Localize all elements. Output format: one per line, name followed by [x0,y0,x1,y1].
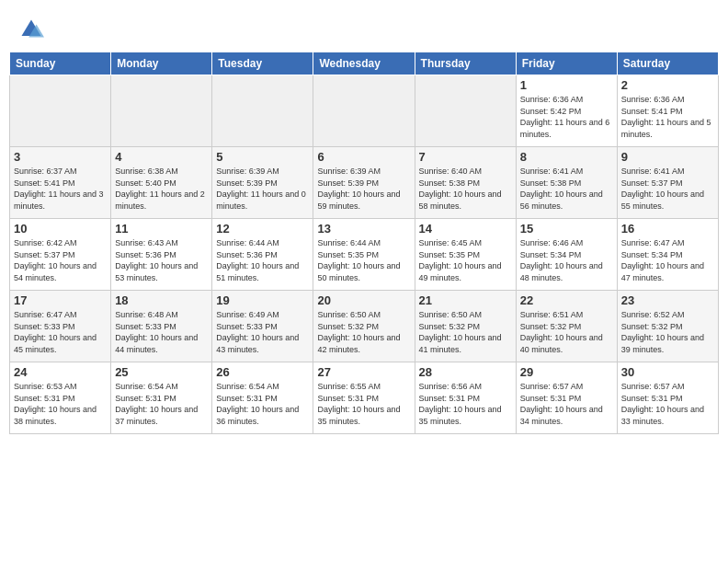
calendar-cell [10,75,111,147]
day-info: Sunrise: 6:53 AMSunset: 5:31 PMDaylight:… [14,381,107,427]
day-info: Sunrise: 6:55 AMSunset: 5:31 PMDaylight:… [317,381,410,427]
day-info: Sunrise: 6:47 AMSunset: 5:33 PMDaylight:… [14,309,107,355]
day-info: Sunrise: 6:38 AMSunset: 5:40 PMDaylight:… [115,166,208,212]
day-info: Sunrise: 6:48 AMSunset: 5:33 PMDaylight:… [115,309,208,355]
day-info: Sunrise: 6:41 AMSunset: 5:38 PMDaylight:… [520,166,613,212]
day-number: 13 [317,222,410,236]
calendar-cell: 9Sunrise: 6:41 AMSunset: 5:37 PMDaylight… [617,147,718,219]
calendar-header-tuesday: Tuesday [212,52,313,75]
day-number: 27 [317,365,410,379]
day-info: Sunrise: 6:56 AMSunset: 5:31 PMDaylight:… [419,381,512,427]
calendar-cell: 24Sunrise: 6:53 AMSunset: 5:31 PMDayligh… [10,362,111,434]
calendar-cell: 16Sunrise: 6:47 AMSunset: 5:34 PMDayligh… [617,219,718,291]
day-number: 9 [621,150,714,164]
day-number: 8 [520,150,613,164]
day-info: Sunrise: 6:52 AMSunset: 5:32 PMDaylight:… [621,309,714,355]
day-info: Sunrise: 6:44 AMSunset: 5:35 PMDaylight:… [317,237,410,283]
calendar-cell [415,75,516,147]
calendar-cell: 26Sunrise: 6:54 AMSunset: 5:31 PMDayligh… [212,362,313,434]
day-info: Sunrise: 6:49 AMSunset: 5:33 PMDaylight:… [216,309,309,355]
calendar-cell: 15Sunrise: 6:46 AMSunset: 5:34 PMDayligh… [516,219,617,291]
calendar-header-sunday: Sunday [10,52,111,75]
calendar-header-monday: Monday [111,52,212,75]
day-info: Sunrise: 6:42 AMSunset: 5:37 PMDaylight:… [14,237,107,283]
day-info: Sunrise: 6:47 AMSunset: 5:34 PMDaylight:… [621,237,714,283]
day-number: 24 [14,365,107,379]
day-number: 1 [520,78,613,92]
day-number: 2 [621,78,714,92]
day-number: 28 [419,365,512,379]
day-number: 14 [419,222,512,236]
calendar-cell: 4Sunrise: 6:38 AMSunset: 5:40 PMDaylight… [111,147,212,219]
calendar-cell: 18Sunrise: 6:48 AMSunset: 5:33 PMDayligh… [111,291,212,362]
logo-icon [18,17,44,42]
logo [18,17,48,42]
calendar-row: 1Sunrise: 6:36 AMSunset: 5:42 PMDaylight… [10,75,719,147]
calendar-cell: 27Sunrise: 6:55 AMSunset: 5:31 PMDayligh… [313,362,415,434]
calendar-cell: 28Sunrise: 6:56 AMSunset: 5:31 PMDayligh… [415,362,516,434]
day-info: Sunrise: 6:39 AMSunset: 5:39 PMDaylight:… [317,166,410,212]
day-number: 11 [115,222,208,236]
day-number: 22 [520,293,613,307]
day-number: 6 [317,150,410,164]
day-info: Sunrise: 6:44 AMSunset: 5:36 PMDaylight:… [216,237,309,283]
day-info: Sunrise: 6:43 AMSunset: 5:36 PMDaylight:… [115,237,208,283]
day-info: Sunrise: 6:54 AMSunset: 5:31 PMDaylight:… [216,381,309,427]
calendar-cell: 25Sunrise: 6:54 AMSunset: 5:31 PMDayligh… [111,362,212,434]
day-info: Sunrise: 6:41 AMSunset: 5:37 PMDaylight:… [621,166,714,212]
day-number: 25 [115,365,208,379]
calendar-row: 10Sunrise: 6:42 AMSunset: 5:37 PMDayligh… [10,219,719,291]
calendar-cell: 5Sunrise: 6:39 AMSunset: 5:39 PMDaylight… [212,147,313,219]
day-info: Sunrise: 6:50 AMSunset: 5:32 PMDaylight:… [419,309,512,355]
day-info: Sunrise: 6:50 AMSunset: 5:32 PMDaylight:… [317,309,410,355]
day-info: Sunrise: 6:36 AMSunset: 5:41 PMDaylight:… [621,94,714,140]
calendar-header-row: SundayMondayTuesdayWednesdayThursdayFrid… [10,52,719,75]
calendar-cell: 12Sunrise: 6:44 AMSunset: 5:36 PMDayligh… [212,219,313,291]
calendar-cell: 11Sunrise: 6:43 AMSunset: 5:36 PMDayligh… [111,219,212,291]
calendar-cell: 29Sunrise: 6:57 AMSunset: 5:31 PMDayligh… [516,362,617,434]
calendar-cell: 3Sunrise: 6:37 AMSunset: 5:41 PMDaylight… [10,147,111,219]
day-info: Sunrise: 6:46 AMSunset: 5:34 PMDaylight:… [520,237,613,283]
day-number: 23 [621,293,714,307]
calendar-cell: 19Sunrise: 6:49 AMSunset: 5:33 PMDayligh… [212,291,313,362]
day-number: 16 [621,222,714,236]
calendar-row: 24Sunrise: 6:53 AMSunset: 5:31 PMDayligh… [10,362,719,434]
calendar-cell: 1Sunrise: 6:36 AMSunset: 5:42 PMDaylight… [516,75,617,147]
calendar-cell: 8Sunrise: 6:41 AMSunset: 5:38 PMDaylight… [516,147,617,219]
calendar-cell: 20Sunrise: 6:50 AMSunset: 5:32 PMDayligh… [313,291,415,362]
day-number: 17 [14,293,107,307]
calendar-cell: 7Sunrise: 6:40 AMSunset: 5:38 PMDaylight… [415,147,516,219]
calendar-cell: 14Sunrise: 6:45 AMSunset: 5:35 PMDayligh… [415,219,516,291]
calendar-cell: 13Sunrise: 6:44 AMSunset: 5:35 PMDayligh… [313,219,415,291]
calendar-cell [111,75,212,147]
calendar-cell: 23Sunrise: 6:52 AMSunset: 5:32 PMDayligh… [617,291,718,362]
calendar-header-friday: Friday [516,52,617,75]
day-number: 3 [14,150,107,164]
day-number: 26 [216,365,309,379]
calendar-cell: 10Sunrise: 6:42 AMSunset: 5:37 PMDayligh… [10,219,111,291]
calendar-cell [313,75,415,147]
day-number: 4 [115,150,208,164]
day-info: Sunrise: 6:51 AMSunset: 5:32 PMDaylight:… [520,309,613,355]
calendar-row: 17Sunrise: 6:47 AMSunset: 5:33 PMDayligh… [10,291,719,362]
day-info: Sunrise: 6:57 AMSunset: 5:31 PMDaylight:… [520,381,613,427]
day-info: Sunrise: 6:39 AMSunset: 5:39 PMDaylight:… [216,166,309,212]
day-number: 10 [14,222,107,236]
day-number: 21 [419,293,512,307]
calendar-cell: 22Sunrise: 6:51 AMSunset: 5:32 PMDayligh… [516,291,617,362]
day-info: Sunrise: 6:37 AMSunset: 5:41 PMDaylight:… [14,166,107,212]
calendar-cell: 17Sunrise: 6:47 AMSunset: 5:33 PMDayligh… [10,291,111,362]
calendar-header-thursday: Thursday [415,52,516,75]
day-info: Sunrise: 6:54 AMSunset: 5:31 PMDaylight:… [115,381,208,427]
calendar-cell: 2Sunrise: 6:36 AMSunset: 5:41 PMDaylight… [617,75,718,147]
calendar-row: 3Sunrise: 6:37 AMSunset: 5:41 PMDaylight… [10,147,719,219]
day-number: 7 [419,150,512,164]
day-info: Sunrise: 6:36 AMSunset: 5:42 PMDaylight:… [520,94,613,140]
day-number: 5 [216,150,309,164]
calendar-header-wednesday: Wednesday [313,52,415,75]
day-number: 19 [216,293,309,307]
day-info: Sunrise: 6:57 AMSunset: 5:31 PMDaylight:… [621,381,714,427]
page-header [0,0,728,52]
calendar-header-saturday: Saturday [617,52,718,75]
calendar-cell: 30Sunrise: 6:57 AMSunset: 5:31 PMDayligh… [617,362,718,434]
